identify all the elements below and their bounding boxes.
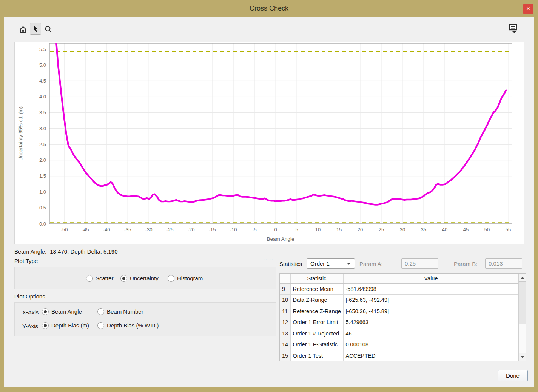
cell-val[interactable]: [-625.63, -492.49]: [343, 295, 519, 306]
cell-val[interactable]: [-650.36, -415.89]: [343, 306, 519, 317]
cell-val[interactable]: -581.649998: [343, 283, 519, 295]
cell-num[interactable]: 13: [280, 328, 290, 339]
y-axis-title: Uncertainty 95% c.l. (m): [18, 106, 23, 161]
scroll-down-button[interactable]: [519, 353, 526, 361]
table-row[interactable]: 13Order 1 # Rejected46: [280, 328, 519, 339]
cell-val[interactable]: 46: [343, 328, 519, 339]
x-tick-label: 55: [506, 227, 511, 232]
cell-stat[interactable]: Reference Mean: [290, 283, 343, 295]
x-tick-label: 35: [421, 227, 426, 232]
cell-num[interactable]: 10: [280, 295, 290, 306]
cell-num[interactable]: 12: [280, 317, 290, 328]
radio-y-depth-bias-pct-circle[interactable]: [97, 322, 104, 329]
y-tick-label: 0.0: [39, 221, 46, 227]
x-tick-label: 5: [295, 227, 298, 232]
done-button[interactable]: Done: [498, 370, 528, 381]
y-tick-label: 5.0: [39, 62, 46, 68]
table-row[interactable]: 9Reference Mean-581.649998: [280, 283, 519, 295]
radio-x-beam-angle-circle[interactable]: [42, 308, 49, 315]
cell-stat[interactable]: Order 1 Test: [290, 350, 343, 361]
home-button[interactable]: [17, 23, 29, 35]
param-a-field[interactable]: 0.25: [401, 258, 438, 269]
x-axis-row-label: X-Axis: [22, 309, 39, 315]
cell-num[interactable]: 14: [280, 339, 290, 350]
cell-num[interactable]: 9: [280, 283, 290, 295]
x-tick-label: 40: [442, 227, 447, 232]
radio-scatter-label: Scatter: [96, 275, 114, 281]
zoom-tool-button[interactable]: [43, 23, 54, 35]
x-tick-label: 10: [315, 227, 321, 232]
cell-stat[interactable]: Reference Z-Range: [290, 306, 343, 317]
y-tick-label: 2.5: [39, 141, 46, 147]
param-b-label: Param B:: [454, 261, 478, 267]
param-b-field[interactable]: 0.013: [485, 258, 522, 269]
radio-histogram-circle[interactable]: [168, 275, 174, 282]
plot-border: [49, 43, 512, 224]
cell-num[interactable]: 11: [280, 306, 290, 317]
y-tick-label: 0.5: [39, 205, 46, 211]
legend-menu-button[interactable]: [508, 23, 519, 35]
cell-val[interactable]: 5.429663: [343, 317, 519, 328]
y-tick-label: 5.5: [39, 46, 46, 52]
cell-stat[interactable]: Order 1 Error Limit: [290, 317, 343, 328]
radio-histogram-label: Histogram: [177, 275, 203, 281]
splitter-grip[interactable]: ······: [261, 257, 273, 262]
radio-scatter-circle[interactable]: [86, 275, 93, 282]
legend-list-icon: [509, 24, 518, 34]
radio-x-beam-angle[interactable]: Beam Angle: [42, 308, 82, 315]
table-scrollbar[interactable]: [518, 274, 526, 361]
pointer-tool-button[interactable]: [30, 23, 41, 35]
cell-stat[interactable]: Order 1 # Rejected: [290, 328, 343, 339]
cell-val[interactable]: ACCEPTED: [343, 350, 519, 361]
close-button[interactable]: ✕: [523, 4, 533, 14]
x-tick-label: 45: [463, 227, 469, 232]
radio-uncertainty[interactable]: Uncertainty: [120, 275, 159, 282]
table-row[interactable]: 14Order 1 P-Statistic0.000108: [280, 339, 519, 350]
home-icon: [19, 25, 27, 34]
statistics-table: Statistic Value 9Reference Mean-581.6499…: [279, 273, 526, 361]
plot-type-heading: Plot Type: [14, 258, 38, 264]
statistics-order-dropdown[interactable]: Order 1: [307, 258, 355, 269]
cell-stat[interactable]: Order 1 P-Statistic: [290, 339, 343, 350]
table-row[interactable]: 10Data Z-Range[-625.63, -492.49]: [280, 295, 519, 306]
cell-val[interactable]: 0.000108: [343, 339, 519, 350]
cross-check-dialog: Cross Check ✕: [0, 0, 538, 392]
y-tick-label: 4.0: [39, 94, 46, 100]
plot-options-groupbox: X-Axis Beam Angle Beam Number Y-Axis Dep…: [14, 302, 276, 336]
radio-y-depth-bias-pct[interactable]: Depth Bias (% W.D.): [97, 322, 159, 329]
radio-x-beam-number-circle[interactable]: [97, 308, 104, 315]
value-column-header[interactable]: Value: [343, 274, 519, 283]
radio-scatter[interactable]: Scatter: [86, 275, 114, 282]
cursor-status-text: Beam Angle: -18.470, Depth Delta: 5.190: [14, 248, 118, 255]
radio-x-beam-number[interactable]: Beam Number: [97, 308, 143, 315]
x-tick-label: -50: [61, 227, 68, 232]
y-tick-label: 1.0: [39, 189, 46, 195]
table-row[interactable]: 12Order 1 Error Limit5.429663: [280, 317, 519, 328]
statistic-column-header[interactable]: Statistic: [290, 274, 343, 283]
statistics-order-value: Order 1: [310, 260, 330, 267]
scroll-up-button[interactable]: [519, 274, 526, 282]
x-tick-label: 50: [484, 227, 490, 232]
radio-y-depth-bias-m-circle[interactable]: [42, 322, 49, 329]
radio-uncertainty-circle[interactable]: [120, 275, 127, 282]
y-tick-label: 3.5: [39, 110, 46, 115]
row-number-header[interactable]: [280, 274, 290, 283]
y-axis-row-label: Y-Axis: [22, 323, 38, 329]
x-tick-label: -45: [82, 227, 89, 232]
scrollbar-thumb[interactable]: [519, 324, 526, 353]
radio-y-depth-bias-m[interactable]: Depth Bias (m): [42, 322, 89, 329]
radio-y-depth-bias-pct-label: Depth Bias (% W.D.): [107, 322, 159, 329]
table-row[interactable]: 15Order 1 TestACCEPTED: [280, 350, 519, 361]
x-tick-label: -5: [252, 227, 257, 232]
chevron-down-icon: [347, 263, 351, 265]
cell-num[interactable]: 15: [280, 350, 290, 361]
cell-stat[interactable]: Data Z-Range: [290, 295, 343, 306]
x-tick-label: -20: [188, 227, 195, 232]
title-bar[interactable]: Cross Check ✕: [0, 0, 538, 17]
y-tick-label: 1.5: [39, 173, 46, 179]
plot-type-groupbox: Scatter Uncertainty Histogram: [14, 267, 276, 289]
x-tick-label: 20: [358, 227, 363, 232]
radio-histogram[interactable]: Histogram: [168, 275, 203, 282]
table-row[interactable]: 11Reference Z-Range[-650.36, -415.89]: [280, 306, 519, 317]
uncertainty-plot[interactable]: -50-45-40-35-30-25-20-15-10-505101520253…: [15, 42, 524, 244]
